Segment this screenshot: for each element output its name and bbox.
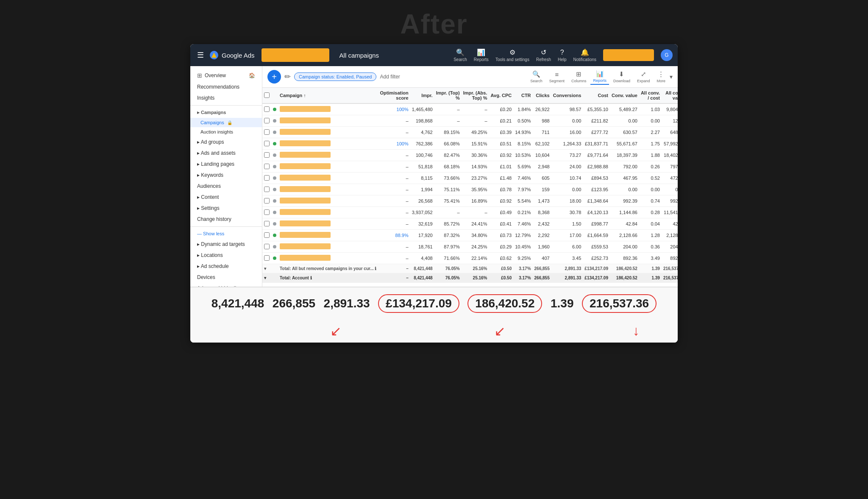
toolbar-more[interactable]: ⋮ More xyxy=(654,69,668,84)
row-checkbox[interactable] xyxy=(264,164,270,169)
row-campaign-12[interactable] xyxy=(278,241,378,253)
row-campaign-2[interactable] xyxy=(278,127,378,138)
col-all-conv-val[interactable]: All conv.value xyxy=(662,88,678,103)
row-checkbox-13[interactable] xyxy=(262,253,271,264)
row-checkbox-0[interactable] xyxy=(262,103,271,115)
row-checkbox-5[interactable] xyxy=(262,161,271,173)
toolbar-expand[interactable]: ⤢ Expand xyxy=(634,69,653,84)
col-impr-top[interactable]: Impr. (Top)% xyxy=(434,88,462,103)
sidebar-item-content[interactable]: ▸ Content xyxy=(190,192,262,203)
sidebar-item-recommendations[interactable]: Recommendations xyxy=(190,81,262,92)
sidebar-item-advanced-bid[interactable]: Advanced bid adj. xyxy=(190,283,262,287)
row-checkbox[interactable] xyxy=(264,175,270,181)
nav-reports[interactable]: 📊 Reports xyxy=(474,48,489,62)
nav-tools[interactable]: ⚙ Tools and settings xyxy=(495,48,529,62)
row-campaign-4[interactable] xyxy=(278,150,378,161)
sidebar-item-devices[interactable]: Devices xyxy=(190,272,262,283)
row-checkbox-4[interactable] xyxy=(262,150,271,161)
nav-refresh[interactable]: ↺ Refresh xyxy=(536,48,551,62)
col-all-conv-cost[interactable]: All conv./ cost xyxy=(639,88,662,103)
row-campaign-3[interactable] xyxy=(278,138,378,150)
toolbar-columns[interactable]: ⊞ Columns xyxy=(569,69,589,84)
edit-campaigns-icon[interactable]: ✏ xyxy=(284,72,291,81)
row-checkbox[interactable] xyxy=(264,232,270,238)
acc-info-icon[interactable]: ℹ xyxy=(310,276,312,280)
row-checkbox[interactable] xyxy=(264,187,270,192)
col-cost[interactable]: Cost xyxy=(583,88,610,103)
row-checkbox-1[interactable] xyxy=(262,115,271,127)
row-checkbox[interactable] xyxy=(264,198,270,204)
row-campaign-1[interactable] xyxy=(278,115,378,127)
row-campaign-5[interactable] xyxy=(278,161,378,173)
col-impr-abs[interactable]: Impr. (Abs.Top) % xyxy=(462,88,489,103)
col-avg-cpc[interactable]: Avg. CPC xyxy=(489,88,514,103)
sidebar-item-ad-groups[interactable]: ▸ Ad groups xyxy=(190,137,262,148)
row-checkbox[interactable] xyxy=(264,152,270,158)
row-campaign-6[interactable] xyxy=(278,173,378,184)
sidebar-item-auction-insights[interactable]: Auction insights xyxy=(190,127,262,137)
nav-search[interactable]: 🔍 Search xyxy=(453,48,467,62)
toolbar-search[interactable]: 🔍 Search xyxy=(528,69,545,84)
status-filter-tag[interactable]: Campaign status: Enabled, Paused xyxy=(294,72,376,81)
sidebar-item-overview[interactable]: ⊞ Overview 🏠 xyxy=(190,70,262,81)
row-checkbox-10[interactable] xyxy=(262,218,271,230)
row-checkbox[interactable] xyxy=(264,255,270,261)
row-checkbox[interactable] xyxy=(264,129,270,135)
total-expand[interactable]: ▾ xyxy=(262,264,271,273)
account-search-box[interactable] xyxy=(262,48,329,62)
row-campaign-7[interactable] xyxy=(278,184,378,195)
row-checkbox[interactable] xyxy=(264,221,270,226)
row-checkbox[interactable] xyxy=(264,209,270,215)
row-checkbox-8[interactable] xyxy=(262,195,271,207)
col-campaign[interactable]: Campaign ↑ xyxy=(278,88,378,103)
avatar[interactable]: G xyxy=(661,49,673,61)
sidebar-item-insights[interactable]: Insights xyxy=(190,92,262,103)
sidebar-item-audiences[interactable]: Audiences xyxy=(190,181,262,192)
col-optim[interactable]: Optimisationscore xyxy=(378,88,410,103)
sidebar-item-keywords[interactable]: ▸ Keywords xyxy=(190,170,262,181)
row-checkbox-11[interactable] xyxy=(262,230,271,241)
add-filter-button[interactable]: Add filter xyxy=(380,74,400,80)
toolbar-reports[interactable]: 📊 Reports xyxy=(590,69,609,85)
col-conv-val[interactable]: Conv. value xyxy=(610,88,639,103)
acc-expand[interactable]: ▾ xyxy=(262,273,271,283)
sidebar-item-settings[interactable]: ▸ Settings xyxy=(190,203,262,214)
select-all-checkbox[interactable] xyxy=(264,92,270,98)
sidebar-item-landing-pages[interactable]: ▸ Landing pages xyxy=(190,159,262,170)
col-ctr[interactable]: CTR xyxy=(513,88,532,103)
sidebar-item-dynamic-ad[interactable]: ▸ Dynamic ad targets xyxy=(190,239,262,250)
sidebar-item-campaigns[interactable]: Campaigns 🔒 xyxy=(190,118,262,127)
col-conv[interactable]: Conversions xyxy=(551,88,583,103)
toolbar-download[interactable]: ⬇ Download xyxy=(611,69,633,84)
row-checkbox[interactable] xyxy=(264,244,270,249)
row-checkbox[interactable] xyxy=(264,118,270,123)
row-campaign-13[interactable] xyxy=(278,253,378,264)
sidebar-item-ad-schedule[interactable]: ▸ Ad schedule xyxy=(190,261,262,272)
row-campaign-11[interactable] xyxy=(278,230,378,241)
sidebar-item-locations[interactable]: ▸ Locations xyxy=(190,250,262,261)
sidebar-item-ads-assets[interactable]: ▸ Ads and assets xyxy=(190,148,262,159)
nav-help[interactable]: ? Help xyxy=(558,49,567,62)
account-box[interactable] xyxy=(603,49,654,61)
row-checkbox-2[interactable] xyxy=(262,127,271,138)
row-campaign-9[interactable] xyxy=(278,207,378,218)
row-campaign-10[interactable] xyxy=(278,218,378,230)
row-checkbox-9[interactable] xyxy=(262,207,271,218)
sidebar-item-change-history[interactable]: Change history xyxy=(190,214,262,225)
row-checkbox[interactable] xyxy=(264,106,270,112)
toolbar-dropdown-icon[interactable]: ▾ xyxy=(670,73,673,80)
total-info-icon[interactable]: ℹ xyxy=(375,266,376,271)
row-checkbox-3[interactable] xyxy=(262,138,271,150)
add-button[interactable]: + xyxy=(267,70,281,84)
row-checkbox-12[interactable] xyxy=(262,241,271,253)
row-checkbox-7[interactable] xyxy=(262,184,271,195)
sidebar-item-show-less[interactable]: — Show less xyxy=(190,229,262,239)
hamburger-icon[interactable]: ☰ xyxy=(195,49,206,61)
row-checkbox[interactable] xyxy=(264,141,270,146)
row-campaign-8[interactable] xyxy=(278,195,378,207)
toolbar-segment[interactable]: ≡ Segment xyxy=(547,70,567,84)
col-checkbox[interactable] xyxy=(262,88,271,103)
col-clicks[interactable]: Clicks xyxy=(533,88,551,103)
nav-notifications[interactable]: 🔔 Notifications xyxy=(573,48,596,62)
col-impr[interactable]: Impr. xyxy=(410,88,434,103)
